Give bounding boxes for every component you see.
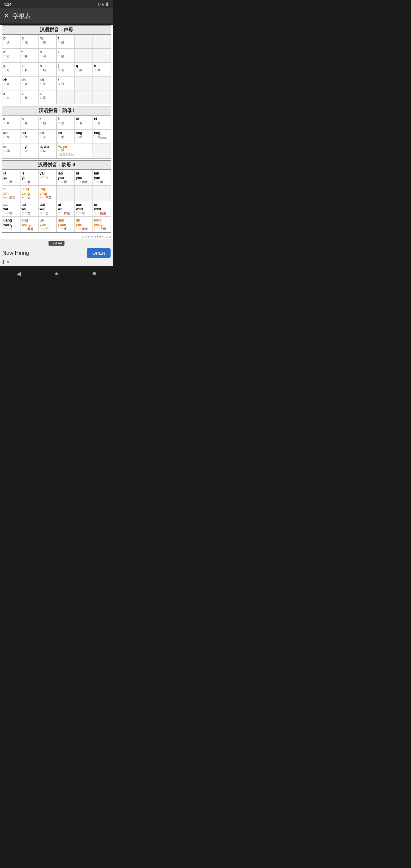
table-row [57,90,75,104]
table-row: n ㄋ讷 [38,49,56,62]
menu-button[interactable]: ■ [87,268,102,280]
header: ✕ 字根表 [0,8,113,24]
table-row: p ㄆ坡 [20,35,38,49]
table-row: t ㄊ特 [20,49,38,62]
table-row: en ㄣ恩 [57,129,75,143]
watermark: Studio Simplidées, 2021 [0,235,113,239]
table-row: ei ㄟ诶 [93,116,111,129]
table-row: l ㄌ勒 [57,49,75,62]
table-row: iu you —ㄡ休优 [75,170,93,185]
table-row: ing ying —ㄥ星英 [38,185,56,201]
table-row: ao ㄠ熬 [2,129,20,143]
table-row [75,185,93,201]
yunmu2-header: 汉语拼音 - 韵母 II [2,161,111,170]
table-row: r ㄖ日 [57,76,75,90]
table-row [75,35,93,49]
table-row: ong weng ㄨㄥ轰翁 [20,217,38,232]
table-row: *v, yu ㄩ迂 * 書寫方式為 ü [57,143,93,158]
table-row: uan yuan ㄩㄢ冤 [57,217,75,232]
table-row: an ㄢ安 [38,129,56,143]
table-row: iang yang —ㄤ央 [20,185,38,201]
ad-content: Now Hiring OPEN [2,247,110,259]
table-row: un yun ㄩㄣ薰晕 [75,217,93,232]
table-row: er ㄦ儿 [2,143,20,158]
table-row: ui wei ㄨㄟ挥威 [57,201,75,217]
table-row [57,185,75,201]
yunmu1-header: 汉语拼音 - 韵母 I [2,106,111,116]
table-row: eng ㄥ亨的韵母 [93,129,111,143]
shengmu-header: 汉语拼音 - 声母 [2,26,111,35]
table-row [93,143,111,158]
info-icon: ℹ [2,259,4,265]
table-row: d ㄉ得 [2,49,20,62]
table-row: sh ㄕ诗 [38,76,56,90]
table-row: u, wu ㄨ乌 [38,143,56,158]
ad-label: Test Ad [49,241,64,246]
battery-icon: 🔋 [105,2,109,6]
table-row [93,185,111,201]
table-row: zh ㄓ知 [2,76,20,90]
table-row: yai —ㄞ崖 [38,170,56,185]
table-row: ua wa ㄨㄚ蛙 [2,201,20,217]
table-row: c ㄘ雌 [20,90,38,104]
table-row [93,90,111,104]
table-row [75,76,93,90]
back-button[interactable]: ◀ [11,268,27,280]
ad-open-button[interactable]: OPEN [87,248,110,258]
table-row: h ㄏ喝 [38,62,56,76]
signal-icon: LTE [98,2,104,6]
table-row: in yin —ㄣ新因 [2,185,20,201]
table-row [93,76,111,90]
table-row: uo wo ㄨㄛ窝 [20,201,38,217]
table-row: i, yi —衣 [20,143,38,158]
ad-close-button[interactable]: ✕ [6,259,10,264]
table-row: x ㄒ希 [93,62,111,76]
table-row [75,49,93,62]
main-content: 汉语拼音 - 声母 b ㄅ玻 p ㄆ坡 m ㄇ摸 f ㄈ佛 d [0,25,113,239]
table-row: ai ㄞ哀 [75,116,93,129]
yunmu2-section: 汉语拼音 - 韵母 II ia ya —ㄚ呀 ie ye —ㄝ耶 yai —ㄞ崖… [2,160,111,232]
shengmu-section: 汉语拼音 - 声母 b ㄅ玻 p ㄆ坡 m ㄇ摸 f ㄈ佛 d [2,25,111,104]
table-row: e ㄜ鹅 [38,116,56,129]
ad-info-row: ℹ ✕ [2,259,110,265]
table-row: iao yao —ㄠ腰 [57,170,75,185]
table-row: ou ㄡ欧 [20,129,38,143]
table-row: ia ya —ㄚ呀 [2,170,20,185]
table-row: ch ㄔ蚩 [20,76,38,90]
table-row: q ㄑ欺 [75,62,93,76]
close-button[interactable]: ✕ [4,12,9,20]
table-row: uai wai ㄨㄞ歪 [38,201,56,217]
yunmu1-grid: a ㄚ啊 o ㄛ喔 e ㄜ鹅 ê ㄝ诶 ai ㄞ哀 ei ㄟ诶 [2,116,111,158]
page-title: 字根表 [13,12,31,20]
ad-banner: Test Ad Now Hiring OPEN ℹ ✕ [0,239,113,266]
table-row [93,35,111,49]
table-row: z ㄗ资 [2,90,20,104]
yunmu2-grid: ia ya —ㄚ呀 ie ye —ㄝ耶 yai —ㄞ崖 iao yao —ㄠ腰 … [2,170,111,232]
ad-text: Now Hiring [2,250,29,256]
shengmu-grid: b ㄅ玻 p ㄆ坡 m ㄇ摸 f ㄈ佛 d ㄉ得 t [2,35,111,104]
table-row: m ㄇ摸 [38,35,56,49]
table-row [75,90,93,104]
nav-bar: ◀ ● ■ [0,266,113,281]
table-row: s ㄙ思 [38,90,56,104]
table-row: iong yong ㄩㄥ兄雍 [93,217,111,232]
table-row: o ㄛ喔 [20,116,38,129]
table-row: j ㄐ基 [57,62,75,76]
table-row: ê ㄝ诶 [57,116,75,129]
table-row: g 《哥 [2,62,20,76]
yunmu1-section: 汉语拼音 - 韵母 I a ㄚ啊 o ㄛ喔 e ㄜ鹅 ê ㄝ诶 ai ㄞ哀 [2,106,111,158]
table-row: ue yue ㄩㄝ约 [38,217,56,232]
home-button[interactable]: ● [49,268,64,280]
table-row: ian yan —ㄢ烟 [93,170,111,185]
table-row: b ㄅ玻 [2,35,20,49]
table-row: un wen ㄨㄣ婚温 [93,201,111,217]
table-row: a ㄚ啊 [2,116,20,129]
table-row: ie ye —ㄝ耶 [20,170,38,185]
table-row: f ㄈ佛 [57,35,75,49]
table-row: uan wan ㄨㄢ弯 [75,201,93,217]
table-row: k ㄎ科 [20,62,38,76]
table-row [93,49,111,62]
table-row: ang ㄤ昂 [75,129,93,143]
table-row: uang wang ㄨㄤ汪 [2,217,20,232]
status-bar: 4:14 LTE 🔋 [0,0,113,8]
